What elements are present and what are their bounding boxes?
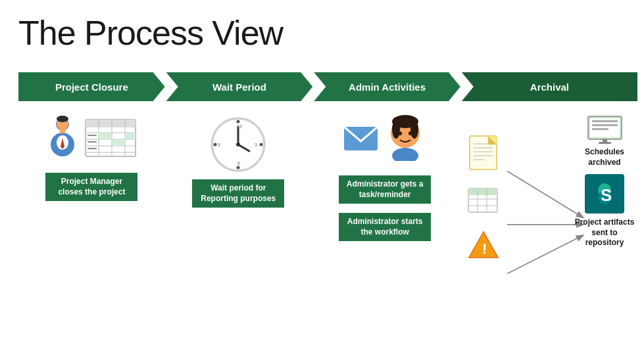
svg-rect-19 — [87, 135, 97, 136]
page-title: The Process View — [18, 13, 283, 53]
svg-rect-8 — [86, 120, 136, 127]
warning-icon: ! — [467, 230, 500, 260]
col-admin-activities: Administrator gets a task/reminder Admin… — [312, 108, 458, 349]
svg-text:S: S — [601, 185, 612, 205]
col3-label1: Administrator gets a task/reminder — [339, 175, 431, 204]
svg-rect-16 — [99, 133, 112, 139]
archival-content: Schedules archived — [462, 115, 637, 349]
col-archival: Schedules archived — [458, 108, 637, 349]
svg-rect-21 — [87, 148, 97, 149]
phase-label-archival: Archival — [530, 81, 569, 93]
phase-label-project-closure: Project Closure — [55, 81, 128, 93]
svg-point-42 — [392, 148, 418, 161]
col-wait-period: 12 3 6 9 Wait period for Reporting purpo… — [165, 108, 312, 349]
phase-label-wait-period: Wait Period — [212, 81, 266, 93]
svg-point-40 — [398, 131, 402, 135]
svg-rect-46 — [592, 124, 618, 126]
spreadsheet-small-icon — [467, 187, 499, 214]
svg-rect-47 — [592, 128, 608, 130]
col2-label: Wait period for Reporting purposes — [192, 179, 284, 208]
svg-rect-45 — [592, 120, 618, 122]
project-artifacts-label: Project artifacts sent to repository — [572, 217, 637, 248]
col3-label2: Administrator starts the workflow — [339, 213, 431, 241]
svg-point-25 — [237, 166, 240, 170]
phases-row: Project Closure Wait Period Admin Activi… — [18, 72, 637, 101]
col1-label: Project Manager closes the project — [45, 173, 137, 201]
svg-rect-17 — [112, 139, 125, 146]
phase-admin-activities: Admin Activities — [314, 72, 460, 101]
phase-archival: Archival — [462, 72, 637, 101]
svg-rect-20 — [87, 141, 97, 143]
svg-point-30 — [236, 143, 240, 147]
svg-point-38 — [392, 120, 400, 139]
svg-text:3: 3 — [255, 143, 257, 147]
phase-wait-period: Wait Period — [166, 72, 313, 101]
svg-text:!: ! — [482, 240, 487, 257]
phase-label-admin-activities: Admin Activities — [349, 81, 426, 93]
spreadsheet-icon — [84, 118, 137, 158]
admin-avatar-icon — [384, 115, 427, 161]
document-icon — [468, 135, 498, 171]
svg-text:6: 6 — [237, 161, 240, 166]
svg-rect-59 — [468, 189, 497, 195]
svg-point-24 — [237, 120, 240, 124]
content-area: Project Manager closes the project 12 3 … — [18, 108, 637, 349]
monitor-icon — [587, 115, 623, 145]
schedules-archived-label: Schedules archived — [572, 147, 637, 168]
svg-point-41 — [409, 131, 412, 135]
col1-icons — [46, 115, 137, 161]
clock-icon: 12 3 6 9 — [209, 115, 268, 174]
col-project-closure: Project Manager closes the project — [18, 108, 165, 349]
svg-point-39 — [410, 120, 418, 139]
sharepoint-icon: S — [585, 174, 624, 214]
phase-project-closure: Project Closure — [18, 72, 165, 101]
email-icon — [343, 122, 379, 154]
svg-text:9: 9 — [218, 143, 220, 147]
svg-point-26 — [214, 143, 217, 147]
col3-icons — [343, 115, 427, 161]
svg-rect-18 — [125, 133, 136, 139]
person-manager-icon — [46, 115, 79, 161]
svg-point-6 — [57, 116, 68, 122]
svg-rect-49 — [599, 142, 611, 144]
svg-point-27 — [260, 143, 263, 147]
svg-text:12: 12 — [237, 124, 242, 129]
